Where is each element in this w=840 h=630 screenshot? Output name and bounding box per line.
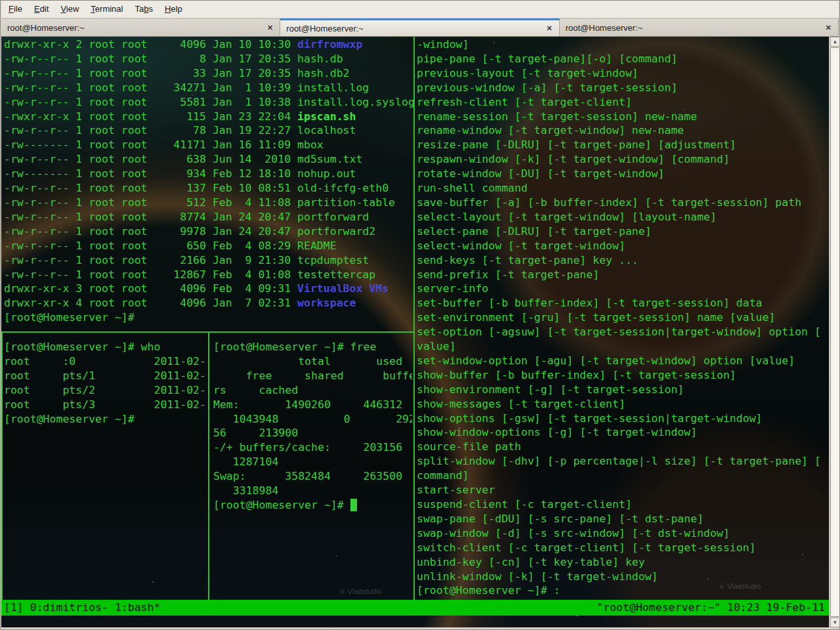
terminal-line: swap-window [-d] [-s src-window] [-t dst… — [417, 526, 828, 541]
scrollbar-thumb[interactable] — [830, 47, 840, 617]
terminal-line: rotate-window [-DU] [-t target-window] — [417, 167, 828, 181]
tmux-pane-border-vertical-main — [413, 37, 415, 600]
terminal-line: set-option [-agsuw] [-t target-session|t… — [417, 325, 828, 339]
terminal-line: total used — [213, 354, 412, 369]
terminal-line: -rw-r--r-- 1 root root 9978 Jan 24 20:47… — [4, 224, 413, 239]
terminal-line: split-window [-dhv] [-p percentage|-l si… — [417, 454, 828, 469]
terminal-line: [root@Homeserver ~]# free — [213, 340, 412, 354]
pane-file-listing[interactable]: drwxr-xr-x 2 root root 4096 Jan 10 10:30… — [4, 37, 413, 331]
pane-free[interactable]: [root@Homeserver ~]# free total used fre… — [213, 340, 412, 598]
terminal-line: -window] — [417, 37, 828, 52]
wallpaper-watermark: ♕ Vladstudio — [339, 587, 381, 596]
terminal-line: 1287104 — [213, 455, 412, 469]
terminal-line: -rw-r--r-- 1 root root 34271 Jan 1 10:39… — [4, 81, 413, 95]
terminal-line: select-pane [-DLRU] [-t target-pane] — [417, 224, 828, 239]
terminal-line: select-window [-t target-window] — [417, 239, 828, 253]
menu-help[interactable]: Help — [159, 1, 188, 18]
pane-who[interactable]: [root@Homeserver ~]# whoroot :0 2011-02-… — [4, 340, 206, 598]
terminal-line: set-environment [-gru] [-t target-sessio… — [417, 310, 828, 325]
terminal-line: show-messages [-t target-client] — [417, 397, 828, 411]
tab-close-icon[interactable]: ✕ — [264, 23, 276, 33]
terminal-line: -/+ buffers/cache: 203156 — [213, 440, 412, 455]
terminal-line: [root@Homeserver ~]# who — [4, 340, 206, 354]
terminal-line: select-layout [-t target-window] [layout… — [417, 210, 828, 224]
terminal-area[interactable]: drwxr-xr-x 2 root root 4096 Jan 10 10:30… — [1, 37, 829, 627]
terminal-line: root pts/1 2011-02-1 — [4, 369, 206, 383]
terminal-line: save-buffer [-a] [-b buffer-index] [-t t… — [417, 196, 828, 210]
terminal-line: rename-session [-t target-session] new-n… — [417, 110, 828, 124]
terminal-line: -rw-r--r-- 1 root root 8774 Jan 24 20:47… — [4, 210, 413, 224]
terminal-line: source-file path — [417, 440, 828, 454]
terminal-line: unbind-key [-cn] [-t key-table] key — [417, 555, 828, 570]
terminal-line: show-buffer [-b buffer-index] [-t target… — [417, 368, 828, 383]
terminal-line: swap-pane [-dDU] [-s src-pane] [-t dst-p… — [417, 512, 828, 526]
terminal-line: suspend-client [-c target-client] — [417, 497, 828, 512]
terminal-line: value] — [417, 339, 828, 354]
terminal-line: -rwxr-xr-x 1 root root 115 Jan 23 22:04 … — [4, 110, 413, 124]
tab-title: root@Homeserver:~ — [7, 23, 264, 33]
tab-bar: root@Homeserver:~✕root@Homeserver:~✕root… — [1, 18, 839, 37]
tab-1[interactable]: root@Homeserver:~✕ — [1, 18, 280, 36]
tab-title: root@Homeserver:~ — [566, 23, 822, 33]
vladstudio-logo-icon: ♕ — [719, 582, 725, 590]
tab-close-icon[interactable]: ✕ — [822, 23, 835, 33]
terminal-line: show-environment [-g] [-t target-session… — [417, 383, 828, 397]
terminal-line: server-info — [417, 282, 828, 296]
terminal-line: -rw-r--r-- 1 root root 650 Feb 4 08:29 R… — [4, 239, 413, 253]
terminal-line: show-options [-gsw] [-t target-session|t… — [417, 411, 828, 426]
wallpaper-watermark: ♕ Vladstudio — [719, 582, 761, 591]
tmux-status-windows: [1] 0:dimitrios- 1:bash* — [4, 600, 160, 616]
vladstudio-logo-icon: ♕ — [339, 587, 346, 595]
terminal-line: pipe-pane [-t target-pane][-o] [command] — [417, 52, 828, 66]
terminal-line: Swap: 3582484 263500 — [213, 469, 412, 484]
terminal-line: 1043948 0 292 — [213, 412, 412, 427]
terminal-line: command] — [417, 469, 828, 483]
terminal-line: -rw------- 1 root root 41171 Jan 16 11:0… — [4, 138, 413, 152]
terminal-line: previous-window [-a] [-t target-session] — [417, 81, 828, 95]
terminal-line: -rw-r--r-- 1 root root 638 Jun 14 2010 m… — [4, 152, 413, 167]
terminal-line: root pts/2 2011-02-1 — [4, 383, 206, 398]
tmux-pane-border-vertical-left — [1, 333, 3, 600]
terminal-line: drwxr-xr-x 2 root root 4096 Jan 10 10:30… — [4, 37, 413, 52]
terminal-line: root :0 2011-02-1 — [4, 354, 206, 369]
terminal-line: respawn-window [-k] [-t target-window] [… — [417, 152, 828, 167]
tmux-pane-border-vertical-mid — [208, 333, 209, 600]
tab-2[interactable]: root@Homeserver:~✕ — [280, 18, 559, 36]
terminal-line: -rw-r--r-- 1 root root 12867 Feb 4 01:08… — [4, 268, 413, 282]
terminal-line: -rw-r--r-- 1 root root 512 Feb 4 11:08 p… — [4, 196, 413, 210]
terminal-line: -rw-r--r-- 1 root root 137 Feb 10 08:51 … — [4, 181, 413, 196]
terminal-line: [root@Homeserver ~]# : — [417, 583, 828, 598]
menu-file[interactable]: File — [3, 1, 28, 18]
terminal-line: send-keys [-t target-pane] key ... — [417, 253, 828, 268]
terminal-line: [root@Homeserver ~]# — [213, 498, 412, 513]
terminal-line: 3318984 — [213, 484, 412, 498]
terminal-line: -rw------- 1 root root 934 Feb 12 18:10 … — [4, 167, 413, 181]
terminal-line: rs cached — [213, 383, 412, 398]
menu-tabs[interactable]: Tabs — [129, 1, 158, 18]
scroll-up-icon[interactable]: ▲ — [830, 37, 840, 47]
terminal-line: start-server — [417, 483, 828, 497]
scroll-down-icon[interactable]: ▼ — [830, 618, 840, 627]
tab-close-icon[interactable]: ✕ — [543, 24, 555, 33]
menu-view[interactable]: View — [54, 1, 85, 18]
terminal-line: previous-layout [-t target-window] — [417, 66, 828, 81]
terminal-line: -rw-r--r-- 1 root root 33 Jan 17 20:35 h… — [4, 66, 413, 81]
menu-edit[interactable]: Edit — [28, 1, 54, 18]
terminal-line: send-prefix [-t target-pane] — [417, 268, 828, 282]
terminal-line: Mem: 1490260 446312 — [213, 398, 412, 412]
terminal-line: switch-client [-c target-client] [-t tar… — [417, 541, 828, 555]
terminal-line: -rw-r--r-- 1 root root 5581 Jan 1 10:38 … — [4, 95, 413, 110]
terminal-line: drwxr-xr-x 3 root root 4096 Feb 4 09:31 … — [4, 282, 413, 296]
terminal-line: -rw-r--r-- 1 root root 8 Jan 17 20:35 ha… — [4, 52, 413, 66]
terminal-line: root pts/3 2011-02-1 — [4, 398, 206, 412]
menu-terminal[interactable]: Terminal — [85, 1, 129, 18]
terminal-line: set-window-option [-agu] [-t target-wind… — [417, 354, 828, 368]
terminal-line: unlink-window [-k] [-t target-window] — [417, 570, 828, 584]
pane-tmux-help[interactable]: -window]pipe-pane [-t target-pane][-o] [… — [417, 37, 828, 599]
terminal-line: drwxr-xr-x 4 root root 4096 Jan 7 02:31 … — [4, 296, 413, 310]
terminal-line: [root@Homeserver ~]# — [4, 412, 206, 427]
terminal-line: -rw-r--r-- 1 root root 2166 Jan 9 21:30 … — [4, 253, 413, 268]
tmux-status-session-clock: "root@Homeserver:~" 10:23 19-Feb-11 — [597, 600, 825, 616]
scrollbar[interactable]: ▲ ▼ — [829, 37, 840, 627]
tab-3[interactable]: root@Homeserver:~✕ — [560, 18, 839, 36]
